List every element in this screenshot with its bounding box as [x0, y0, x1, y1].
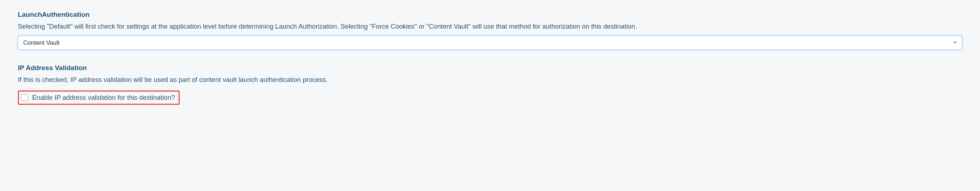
launch-auth-description: Selecting "Default" will first check for… [18, 21, 962, 32]
ip-validation-description: If this is checked, IP address validatio… [18, 75, 962, 85]
ip-validation-title: IP Address Validation [18, 64, 962, 72]
ip-validation-section: IP Address Validation If this is checked… [18, 64, 962, 105]
ip-validation-checkbox[interactable] [21, 94, 28, 101]
launch-auth-title: LaunchAuthentication [18, 11, 962, 19]
launch-auth-select-wrapper: Content Vault [18, 36, 962, 50]
launch-auth-select[interactable]: Content Vault [18, 36, 962, 50]
launch-authentication-section: LaunchAuthentication Selecting "Default"… [18, 11, 962, 50]
ip-validation-checkbox-label[interactable]: Enable IP address validation for this de… [32, 94, 175, 101]
ip-validation-checkbox-row: Enable IP address validation for this de… [18, 90, 180, 105]
